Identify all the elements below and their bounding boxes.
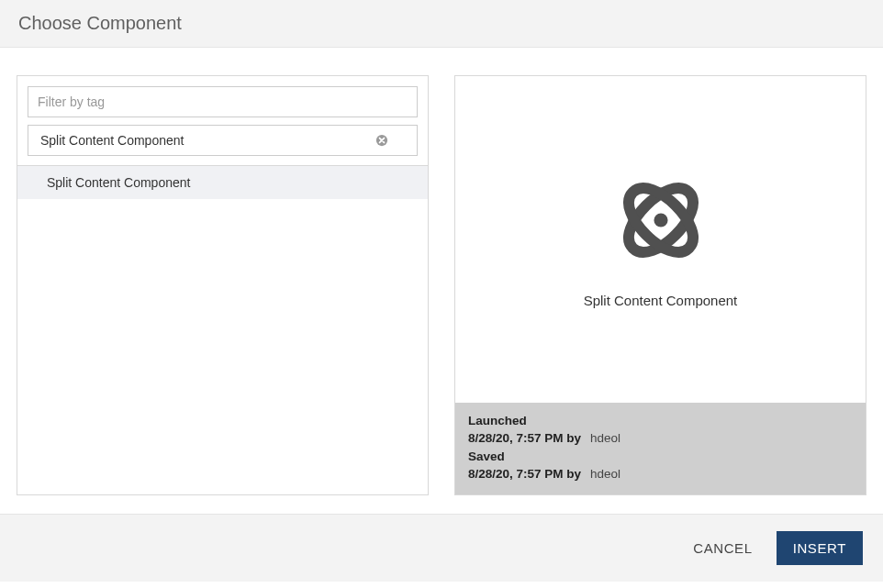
dialog-title: Choose Component bbox=[18, 13, 865, 34]
clear-search-icon[interactable] bbox=[374, 133, 389, 148]
preview-component-name: Split Content Component bbox=[584, 293, 738, 308]
cancel-button[interactable]: CANCEL bbox=[689, 533, 755, 563]
preview-area: Split Content Component bbox=[455, 76, 866, 403]
component-list: Split Content Component bbox=[17, 165, 428, 494]
filter-wrap bbox=[17, 76, 428, 125]
dialog-body: Split Content Component Split Content Co… bbox=[0, 48, 883, 514]
component-browser-panel: Split Content Component Split Content Co… bbox=[17, 75, 429, 495]
saved-label: Saved bbox=[468, 448, 853, 466]
component-metadata: Launched 8/28/20, 7:57 PM by hdeol Saved… bbox=[455, 403, 866, 494]
component-icon bbox=[611, 171, 710, 293]
component-search-input[interactable]: Split Content Component bbox=[28, 125, 418, 156]
list-item[interactable]: Split Content Component bbox=[17, 166, 428, 199]
launched-user: hdeol bbox=[590, 429, 620, 448]
launched-row: 8/28/20, 7:57 PM by hdeol bbox=[468, 429, 853, 448]
component-preview-panel: Split Content Component Launched 8/28/20… bbox=[454, 75, 866, 495]
launched-label: Launched bbox=[468, 412, 853, 430]
dialog-footer: CANCEL INSERT bbox=[0, 514, 883, 582]
insert-button[interactable]: INSERT bbox=[777, 531, 863, 565]
svg-point-1 bbox=[654, 213, 667, 227]
search-input-value: Split Content Component bbox=[40, 133, 374, 148]
launched-timestamp: 8/28/20, 7:57 PM by bbox=[468, 429, 581, 448]
filter-by-tag-input[interactable] bbox=[28, 86, 418, 117]
search-wrap: Split Content Component bbox=[17, 125, 428, 165]
saved-timestamp: 8/28/20, 7:57 PM by bbox=[468, 465, 581, 483]
saved-row: 8/28/20, 7:57 PM by hdeol bbox=[468, 465, 853, 483]
dialog-header: Choose Component bbox=[0, 0, 883, 48]
saved-user: hdeol bbox=[590, 465, 620, 483]
